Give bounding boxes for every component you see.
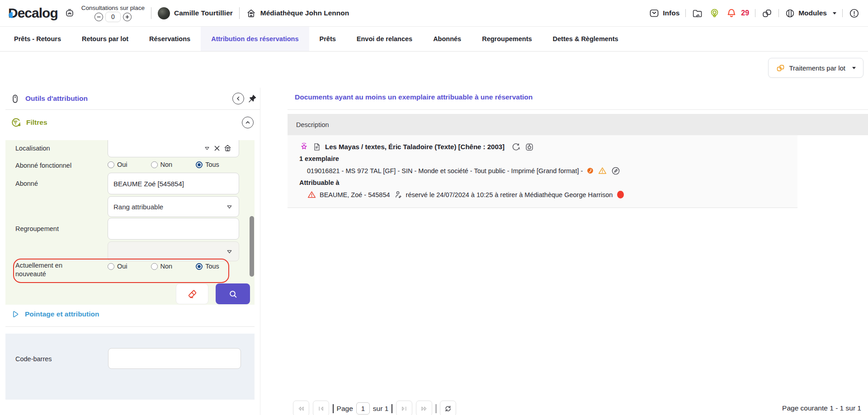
reservation-patron[interactable]: BEAUME, Zoé - 545854 bbox=[320, 191, 390, 198]
refresh-button[interactable] bbox=[440, 401, 456, 415]
history-icon[interactable] bbox=[511, 142, 521, 152]
tab-reservations[interactable]: Réservations bbox=[139, 27, 201, 51]
radio-oui[interactable]: Oui bbox=[108, 161, 127, 168]
tab-abonnes[interactable]: Abonnés bbox=[423, 27, 472, 51]
clear-filters-button[interactable] bbox=[176, 283, 208, 304]
notifications-count: 29 bbox=[741, 9, 749, 17]
help-icon[interactable] bbox=[849, 8, 860, 19]
collapse-panel-left-button[interactable] bbox=[232, 93, 244, 104]
pointage-form: Code-barres bbox=[5, 334, 255, 400]
chain-icon[interactable] bbox=[761, 8, 773, 19]
minus-button[interactable] bbox=[94, 13, 103, 21]
batch-actions-label: Traitements par lot bbox=[789, 64, 846, 72]
radio-circle-icon bbox=[108, 161, 114, 168]
radio-circle-icon bbox=[151, 263, 158, 270]
page-prev-button[interactable] bbox=[313, 401, 329, 415]
radio-circle-icon bbox=[151, 161, 158, 168]
header-separator bbox=[842, 9, 843, 17]
current-user[interactable]: Camille Tourtillier bbox=[158, 7, 233, 19]
tab-prets[interactable]: Prêts bbox=[309, 27, 346, 51]
site-icon[interactable] bbox=[223, 144, 232, 152]
pointage-header[interactable]: Pointage et attribution bbox=[10, 309, 99, 319]
nouveaute-badge-icon bbox=[586, 167, 594, 174]
nouveaute-radios: Oui Non Tous bbox=[108, 263, 219, 270]
batch-actions-button[interactable]: Traitements par lot bbox=[768, 58, 864, 78]
abonne-label: Abonné bbox=[15, 180, 38, 187]
page-label: Page bbox=[337, 405, 353, 413]
modules-menu[interactable]: Modules bbox=[785, 8, 836, 19]
consultations-counter: Consultations sur place 0 bbox=[81, 5, 145, 22]
dropdown-icon[interactable] bbox=[203, 145, 211, 152]
infos-button[interactable]: Infos bbox=[649, 8, 679, 19]
dropdown-icon bbox=[226, 203, 233, 211]
rang-attribuable-select[interactable]: Rang attribuable bbox=[108, 196, 239, 217]
logo-accent bbox=[9, 12, 13, 18]
notifications-button[interactable]: 29 bbox=[726, 8, 749, 19]
tools-panel-title: Outils d'attribution bbox=[25, 94, 88, 103]
infos-label: Infos bbox=[663, 9, 679, 17]
abonne-fonctionnel-label: Abonné fonctionnel bbox=[15, 162, 71, 169]
radio-non[interactable]: Non bbox=[151, 263, 173, 270]
codebarres-input[interactable] bbox=[108, 348, 241, 369]
reservation-detail: réservé le 24/07/2024 à 10:25 à retirer … bbox=[406, 191, 613, 198]
filter-icon bbox=[10, 117, 21, 128]
plus-button[interactable] bbox=[123, 13, 132, 21]
nouveaute-label: Actuellement en nouveauté bbox=[15, 261, 83, 278]
attribuable-label: Attribuable à bbox=[299, 177, 797, 189]
documents-folder-icon[interactable] bbox=[692, 8, 703, 19]
pin-icon[interactable] bbox=[247, 94, 257, 104]
pagination: Page sur 1 bbox=[293, 401, 456, 415]
radio-tous[interactable]: Tous bbox=[196, 161, 219, 168]
tab-dettes-reglements[interactable]: Dettes & Règlements bbox=[542, 27, 629, 51]
consultations-label: Consultations sur place bbox=[81, 5, 145, 11]
document-title[interactable]: Les Mayas / textes, Éric Taladoire (Text… bbox=[325, 143, 505, 151]
header-separator bbox=[685, 9, 686, 17]
abonne-fonctionnel-radios: Oui Non Tous bbox=[108, 161, 219, 168]
header-separator bbox=[239, 7, 240, 19]
chevron-down-icon bbox=[852, 67, 856, 69]
edit-icon[interactable] bbox=[611, 166, 621, 176]
list-header: Description bbox=[288, 114, 868, 135]
radio-oui[interactable]: Oui bbox=[108, 263, 127, 270]
modules-icon bbox=[785, 8, 795, 19]
tab-attribution-des-reservations[interactable]: Attribution des réservations bbox=[201, 27, 309, 51]
page-last-button[interactable] bbox=[416, 401, 432, 415]
pointage-title: Pointage et attribution bbox=[25, 310, 99, 318]
description-column-header: Description bbox=[296, 121, 329, 128]
page-content: Traitements par lot Outils d'attribution bbox=[0, 52, 868, 415]
page-number-input[interactable] bbox=[356, 402, 370, 415]
app-logo: Decalog bbox=[8, 5, 58, 21]
tab-envoi-de-relances[interactable]: Envoi de relances bbox=[346, 27, 423, 51]
current-library[interactable]: Médiathèque John Lennon bbox=[246, 8, 349, 19]
results-title: Documents ayant au moins un exemplaire a… bbox=[295, 93, 533, 101]
clear-icon[interactable] bbox=[214, 145, 220, 151]
tab-retours-par-lot[interactable]: Retours par lot bbox=[71, 27, 139, 51]
exemplaire-count: 1 exemplaire bbox=[299, 153, 797, 165]
radio-tous[interactable]: Tous bbox=[196, 263, 219, 270]
pagination-separator bbox=[436, 404, 437, 413]
warning-icon[interactable] bbox=[598, 166, 607, 175]
regroupement-input[interactable] bbox=[108, 218, 239, 240]
broadcast-icon[interactable] bbox=[709, 8, 720, 19]
page-next-button[interactable] bbox=[396, 401, 412, 415]
mouse-icon bbox=[10, 94, 20, 104]
filters-form: Localisation Abonné fonctionnel Oui No bbox=[5, 140, 255, 305]
sidebar-scrollbar-thumb[interactable] bbox=[250, 216, 254, 277]
header-separator bbox=[755, 9, 755, 17]
camera-icon[interactable] bbox=[524, 142, 534, 152]
tools-header: Outils d'attribution bbox=[5, 88, 260, 109]
document-row[interactable]: Les Mayas / textes, Éric Taladoire (Text… bbox=[288, 135, 797, 208]
module-tabs: Prêts - Retours Retours par lot Réservat… bbox=[0, 27, 868, 52]
page-first-button[interactable] bbox=[293, 401, 309, 415]
tab-regroupements[interactable]: Regroupements bbox=[472, 27, 542, 51]
secondary-select[interactable] bbox=[108, 241, 239, 261]
radio-circle-icon bbox=[196, 161, 203, 168]
abonne-input[interactable] bbox=[108, 173, 239, 194]
search-button[interactable] bbox=[216, 283, 250, 304]
filters-header: Filtres bbox=[5, 110, 260, 135]
record-icon bbox=[312, 142, 321, 151]
collapse-filters-button[interactable] bbox=[242, 117, 254, 128]
radio-non[interactable]: Non bbox=[151, 161, 173, 168]
tab-prets-retours[interactable]: Prêts - Retours bbox=[4, 27, 71, 51]
person-icon[interactable] bbox=[393, 190, 403, 199]
